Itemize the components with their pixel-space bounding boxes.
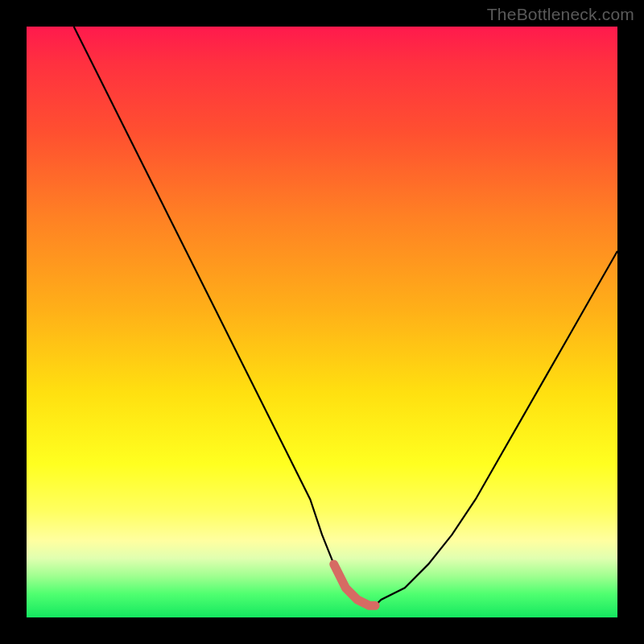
curve-svg bbox=[27, 27, 617, 617]
plot-area bbox=[27, 27, 617, 617]
watermark-text: TheBottleneck.com bbox=[487, 5, 634, 24]
bottleneck-curve bbox=[74, 27, 617, 605]
chart-frame: TheBottleneck.com bbox=[0, 0, 644, 644]
marker-segment bbox=[334, 564, 375, 605]
